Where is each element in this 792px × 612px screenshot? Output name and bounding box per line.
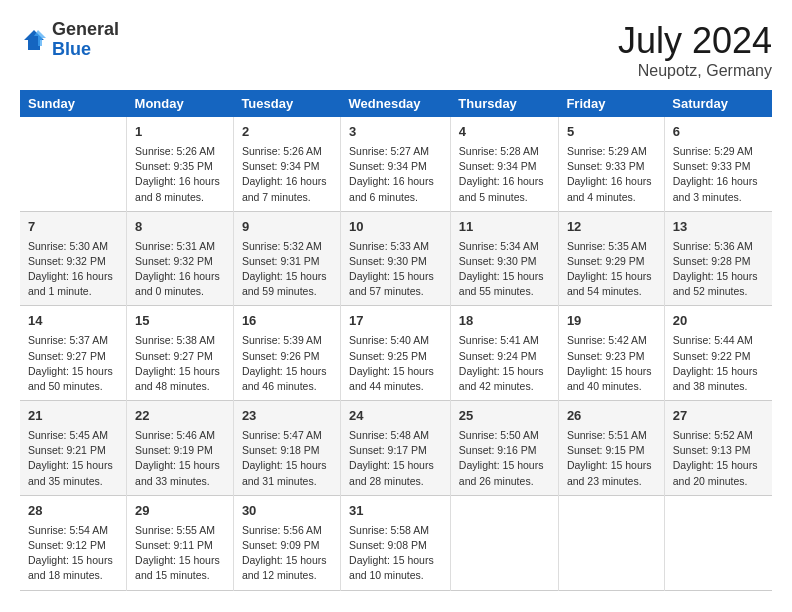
day-number: 22 <box>135 407 225 426</box>
day-info: Sunrise: 5:41 AM Sunset: 9:24 PM Dayligh… <box>459 333 550 394</box>
day-number: 15 <box>135 312 225 331</box>
day-info: Sunrise: 5:54 AM Sunset: 9:12 PM Dayligh… <box>28 523 118 584</box>
calendar-cell: 24Sunrise: 5:48 AM Sunset: 9:17 PM Dayli… <box>341 401 451 496</box>
calendar-cell: 29Sunrise: 5:55 AM Sunset: 9:11 PM Dayli… <box>127 495 234 590</box>
day-number: 5 <box>567 123 656 142</box>
day-info: Sunrise: 5:52 AM Sunset: 9:13 PM Dayligh… <box>673 428 764 489</box>
calendar-cell: 27Sunrise: 5:52 AM Sunset: 9:13 PM Dayli… <box>664 401 772 496</box>
calendar-cell: 15Sunrise: 5:38 AM Sunset: 9:27 PM Dayli… <box>127 306 234 401</box>
day-number: 2 <box>242 123 332 142</box>
calendar-cell: 5Sunrise: 5:29 AM Sunset: 9:33 PM Daylig… <box>558 117 664 211</box>
day-info: Sunrise: 5:28 AM Sunset: 9:34 PM Dayligh… <box>459 144 550 205</box>
day-info: Sunrise: 5:35 AM Sunset: 9:29 PM Dayligh… <box>567 239 656 300</box>
day-info: Sunrise: 5:30 AM Sunset: 9:32 PM Dayligh… <box>28 239 118 300</box>
day-number: 19 <box>567 312 656 331</box>
day-info: Sunrise: 5:58 AM Sunset: 9:08 PM Dayligh… <box>349 523 442 584</box>
calendar-cell: 7Sunrise: 5:30 AM Sunset: 9:32 PM Daylig… <box>20 211 127 306</box>
day-info: Sunrise: 5:51 AM Sunset: 9:15 PM Dayligh… <box>567 428 656 489</box>
day-info: Sunrise: 5:29 AM Sunset: 9:33 PM Dayligh… <box>567 144 656 205</box>
day-info: Sunrise: 5:44 AM Sunset: 9:22 PM Dayligh… <box>673 333 764 394</box>
calendar-cell: 20Sunrise: 5:44 AM Sunset: 9:22 PM Dayli… <box>664 306 772 401</box>
day-number: 3 <box>349 123 442 142</box>
day-info: Sunrise: 5:45 AM Sunset: 9:21 PM Dayligh… <box>28 428 118 489</box>
calendar-cell: 9Sunrise: 5:32 AM Sunset: 9:31 PM Daylig… <box>233 211 340 306</box>
month-title: July 2024 <box>618 20 772 62</box>
calendar-cell: 13Sunrise: 5:36 AM Sunset: 9:28 PM Dayli… <box>664 211 772 306</box>
day-number: 28 <box>28 502 118 521</box>
calendar-cell <box>664 495 772 590</box>
col-header-wednesday: Wednesday <box>341 90 451 117</box>
calendar-week-row: 1Sunrise: 5:26 AM Sunset: 9:35 PM Daylig… <box>20 117 772 211</box>
calendar-cell <box>450 495 558 590</box>
calendar-cell: 2Sunrise: 5:26 AM Sunset: 9:34 PM Daylig… <box>233 117 340 211</box>
day-number: 16 <box>242 312 332 331</box>
day-number: 23 <box>242 407 332 426</box>
day-info: Sunrise: 5:37 AM Sunset: 9:27 PM Dayligh… <box>28 333 118 394</box>
calendar-cell: 26Sunrise: 5:51 AM Sunset: 9:15 PM Dayli… <box>558 401 664 496</box>
calendar-week-row: 21Sunrise: 5:45 AM Sunset: 9:21 PM Dayli… <box>20 401 772 496</box>
title-block: July 2024 Neupotz, Germany <box>618 20 772 80</box>
calendar-cell: 16Sunrise: 5:39 AM Sunset: 9:26 PM Dayli… <box>233 306 340 401</box>
calendar-cell: 1Sunrise: 5:26 AM Sunset: 9:35 PM Daylig… <box>127 117 234 211</box>
day-info: Sunrise: 5:50 AM Sunset: 9:16 PM Dayligh… <box>459 428 550 489</box>
calendar-cell: 4Sunrise: 5:28 AM Sunset: 9:34 PM Daylig… <box>450 117 558 211</box>
day-number: 29 <box>135 502 225 521</box>
day-info: Sunrise: 5:36 AM Sunset: 9:28 PM Dayligh… <box>673 239 764 300</box>
day-info: Sunrise: 5:32 AM Sunset: 9:31 PM Dayligh… <box>242 239 332 300</box>
day-info: Sunrise: 5:56 AM Sunset: 9:09 PM Dayligh… <box>242 523 332 584</box>
day-number: 20 <box>673 312 764 331</box>
col-header-saturday: Saturday <box>664 90 772 117</box>
col-header-monday: Monday <box>127 90 234 117</box>
calendar-table: SundayMondayTuesdayWednesdayThursdayFrid… <box>20 90 772 591</box>
calendar-cell: 22Sunrise: 5:46 AM Sunset: 9:19 PM Dayli… <box>127 401 234 496</box>
calendar-cell: 23Sunrise: 5:47 AM Sunset: 9:18 PM Dayli… <box>233 401 340 496</box>
day-number: 8 <box>135 218 225 237</box>
calendar-cell: 14Sunrise: 5:37 AM Sunset: 9:27 PM Dayli… <box>20 306 127 401</box>
day-info: Sunrise: 5:40 AM Sunset: 9:25 PM Dayligh… <box>349 333 442 394</box>
logo-icon <box>20 26 48 54</box>
calendar-cell: 21Sunrise: 5:45 AM Sunset: 9:21 PM Dayli… <box>20 401 127 496</box>
calendar-cell: 17Sunrise: 5:40 AM Sunset: 9:25 PM Dayli… <box>341 306 451 401</box>
day-number: 17 <box>349 312 442 331</box>
day-info: Sunrise: 5:26 AM Sunset: 9:34 PM Dayligh… <box>242 144 332 205</box>
day-number: 27 <box>673 407 764 426</box>
day-number: 24 <box>349 407 442 426</box>
calendar-cell: 3Sunrise: 5:27 AM Sunset: 9:34 PM Daylig… <box>341 117 451 211</box>
calendar-week-row: 7Sunrise: 5:30 AM Sunset: 9:32 PM Daylig… <box>20 211 772 306</box>
day-info: Sunrise: 5:31 AM Sunset: 9:32 PM Dayligh… <box>135 239 225 300</box>
day-info: Sunrise: 5:34 AM Sunset: 9:30 PM Dayligh… <box>459 239 550 300</box>
day-info: Sunrise: 5:55 AM Sunset: 9:11 PM Dayligh… <box>135 523 225 584</box>
calendar-cell: 31Sunrise: 5:58 AM Sunset: 9:08 PM Dayli… <box>341 495 451 590</box>
day-info: Sunrise: 5:38 AM Sunset: 9:27 PM Dayligh… <box>135 333 225 394</box>
location: Neupotz, Germany <box>618 62 772 80</box>
day-info: Sunrise: 5:26 AM Sunset: 9:35 PM Dayligh… <box>135 144 225 205</box>
day-number: 25 <box>459 407 550 426</box>
calendar-cell: 11Sunrise: 5:34 AM Sunset: 9:30 PM Dayli… <box>450 211 558 306</box>
day-info: Sunrise: 5:33 AM Sunset: 9:30 PM Dayligh… <box>349 239 442 300</box>
day-info: Sunrise: 5:48 AM Sunset: 9:17 PM Dayligh… <box>349 428 442 489</box>
calendar-cell: 12Sunrise: 5:35 AM Sunset: 9:29 PM Dayli… <box>558 211 664 306</box>
calendar-cell: 25Sunrise: 5:50 AM Sunset: 9:16 PM Dayli… <box>450 401 558 496</box>
day-number: 4 <box>459 123 550 142</box>
calendar-cell: 6Sunrise: 5:29 AM Sunset: 9:33 PM Daylig… <box>664 117 772 211</box>
calendar-cell: 30Sunrise: 5:56 AM Sunset: 9:09 PM Dayli… <box>233 495 340 590</box>
day-number: 18 <box>459 312 550 331</box>
day-number: 14 <box>28 312 118 331</box>
calendar-cell <box>20 117 127 211</box>
col-header-sunday: Sunday <box>20 90 127 117</box>
day-number: 9 <box>242 218 332 237</box>
day-number: 12 <box>567 218 656 237</box>
col-header-thursday: Thursday <box>450 90 558 117</box>
day-number: 13 <box>673 218 764 237</box>
calendar-cell: 10Sunrise: 5:33 AM Sunset: 9:30 PM Dayli… <box>341 211 451 306</box>
calendar-cell: 8Sunrise: 5:31 AM Sunset: 9:32 PM Daylig… <box>127 211 234 306</box>
day-number: 21 <box>28 407 118 426</box>
day-info: Sunrise: 5:29 AM Sunset: 9:33 PM Dayligh… <box>673 144 764 205</box>
logo: General Blue <box>20 20 119 60</box>
calendar-cell <box>558 495 664 590</box>
day-number: 26 <box>567 407 656 426</box>
day-info: Sunrise: 5:39 AM Sunset: 9:26 PM Dayligh… <box>242 333 332 394</box>
day-number: 1 <box>135 123 225 142</box>
calendar-cell: 28Sunrise: 5:54 AM Sunset: 9:12 PM Dayli… <box>20 495 127 590</box>
day-number: 7 <box>28 218 118 237</box>
